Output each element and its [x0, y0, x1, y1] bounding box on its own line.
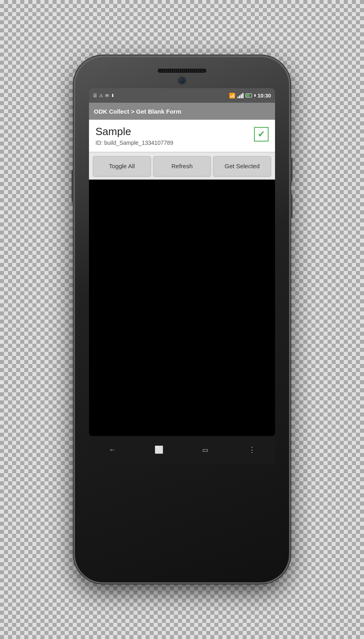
- button-bar: Toggle All Refresh Get Selected: [89, 152, 275, 180]
- menu-nav-button[interactable]: ⋮: [242, 442, 262, 458]
- top-sensors: [178, 77, 186, 84]
- recent-nav-button[interactable]: ▭: [195, 442, 216, 458]
- form-list-item[interactable]: Sample ID: build_Sample_1334107789 ✔: [89, 120, 275, 152]
- speaker-grille: [158, 69, 206, 73]
- form-info: Sample ID: build_Sample_1334107789: [95, 125, 173, 146]
- screen-content: Sample ID: build_Sample_1334107789 ✔ Tog…: [89, 120, 275, 180]
- screen: ☰ ⚠ ✉ ⬇ 📶: [89, 88, 275, 436]
- form-checkbox[interactable]: ✔: [254, 127, 269, 142]
- toggle-all-button[interactable]: Toggle All: [93, 156, 151, 176]
- power-button[interactable]: [290, 158, 292, 182]
- refresh-button[interactable]: Refresh: [153, 156, 211, 176]
- phone-device: ☰ ⚠ ✉ ⬇ 📶: [75, 57, 289, 582]
- status-time: 10:30: [258, 93, 271, 99]
- status-icons-right: 📶 10:30: [229, 93, 271, 99]
- back-nav-icon: ←: [109, 446, 116, 454]
- battery-icon: [245, 93, 252, 97]
- signal-icon: [237, 93, 243, 98]
- gmail-status-icon: ✉: [105, 93, 109, 98]
- download-status-icon: ⬇: [111, 93, 114, 98]
- recent-nav-icon: ▭: [202, 446, 208, 454]
- menu-nav-icon: ⋮: [248, 445, 256, 454]
- wifi-icon: 📶: [229, 93, 235, 99]
- home-nav-button[interactable]: ⬜: [149, 442, 169, 458]
- back-nav-button[interactable]: ←: [102, 442, 123, 458]
- form-id: ID: build_Sample_1334107789: [95, 140, 173, 146]
- form-name: Sample: [95, 125, 173, 138]
- checkmark-icon: ✔: [258, 130, 265, 139]
- app-title: ODK Collect > Get Blank Form: [94, 108, 181, 115]
- app-titlebar: ODK Collect > Get Blank Form: [89, 103, 275, 120]
- warning-status-icon: ⚠: [99, 93, 103, 98]
- status-icons-left: ☰ ⚠ ✉ ⬇: [93, 93, 114, 98]
- get-selected-button[interactable]: Get Selected: [213, 156, 271, 176]
- status-bar: ☰ ⚠ ✉ ⬇ 📶: [89, 88, 275, 103]
- battery-tip: [254, 94, 256, 97]
- menu-status-icon: ☰: [93, 93, 97, 98]
- volume-down-button[interactable]: [290, 194, 292, 218]
- home-nav-icon: ⬜: [154, 445, 163, 454]
- volume-button[interactable]: [72, 170, 74, 202]
- android-nav-bar: ← ⬜ ▭ ⋮: [89, 436, 275, 463]
- front-camera: [178, 77, 186, 84]
